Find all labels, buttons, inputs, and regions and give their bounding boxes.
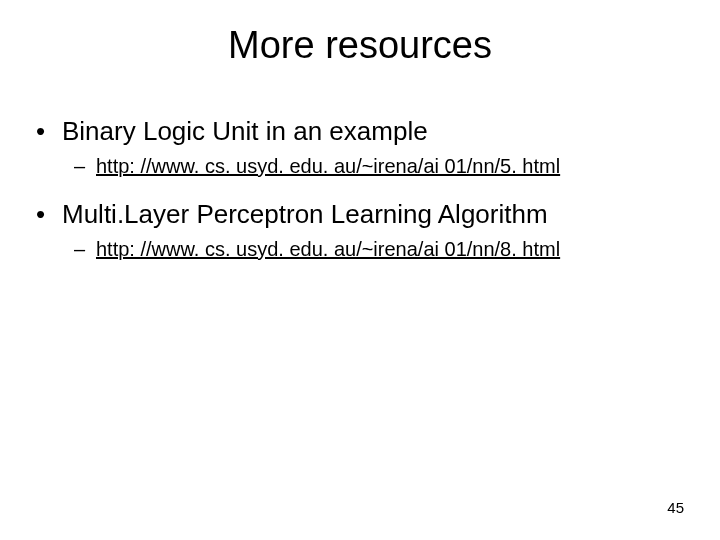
bullet-text: Binary Logic Unit in an example xyxy=(62,115,428,149)
resource-link[interactable]: http: //www. cs. usyd. edu. au/~irena/ai… xyxy=(96,236,560,263)
list-item: • Multi.Layer Perceptron Learning Algori… xyxy=(36,198,684,232)
list-sub-item: – http: //www. cs. usyd. edu. au/~irena/… xyxy=(74,153,684,180)
slide-content: • Binary Logic Unit in an example – http… xyxy=(36,115,684,263)
page-number: 45 xyxy=(667,499,684,516)
dash-icon: – xyxy=(74,153,96,180)
list-sub-item: – http: //www. cs. usyd. edu. au/~irena/… xyxy=(74,236,684,263)
slide-title: More resources xyxy=(36,24,684,67)
resource-link[interactable]: http: //www. cs. usyd. edu. au/~irena/ai… xyxy=(96,153,560,180)
list-item: • Binary Logic Unit in an example xyxy=(36,115,684,149)
dash-icon: – xyxy=(74,236,96,263)
bullet-icon: • xyxy=(36,198,62,232)
slide: More resources • Binary Logic Unit in an… xyxy=(0,0,720,540)
bullet-icon: • xyxy=(36,115,62,149)
bullet-text: Multi.Layer Perceptron Learning Algorith… xyxy=(62,198,548,232)
